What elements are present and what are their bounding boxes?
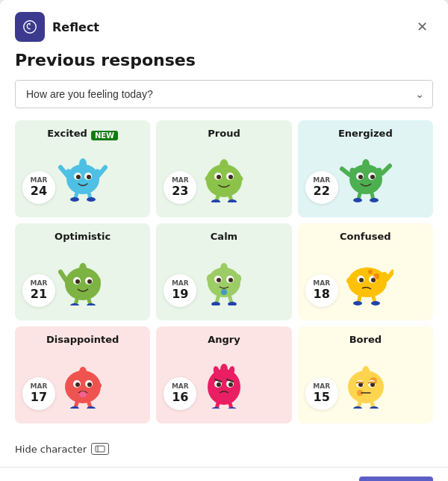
svg-line-38 xyxy=(342,169,349,175)
card-bored[interactable]: Bored MAR15 xyxy=(298,326,433,423)
svg-point-10 xyxy=(87,175,91,179)
header-left: Reflect xyxy=(15,12,99,42)
svg-line-39 xyxy=(382,166,390,173)
date-day-calm: 19 xyxy=(172,288,188,301)
svg-line-52 xyxy=(60,272,66,281)
card-confused[interactable]: Confused MAR18 xyxy=(298,223,433,320)
date-day-confused: 18 xyxy=(314,288,330,301)
bottom-bar: Hide character xyxy=(0,435,448,467)
card-header-proud: Proud xyxy=(162,128,285,143)
card-title-energized: Energized xyxy=(338,128,393,139)
back-button[interactable]: ‹ Back xyxy=(15,478,64,481)
modal-body: Previous responses How are you feeling t… xyxy=(0,48,448,435)
header-title: Reflect xyxy=(52,20,99,34)
date-day-bored: 15 xyxy=(314,391,330,404)
response-grid: ExcitedNEW MAR24Proud xyxy=(15,120,433,423)
svg-point-65 xyxy=(221,289,227,295)
monster-confused xyxy=(337,249,393,305)
date-circle-calm: MAR19 xyxy=(164,274,196,307)
svg-point-95 xyxy=(87,406,96,409)
card-calm[interactable]: Calm MAR19 xyxy=(156,223,291,320)
svg-point-63 xyxy=(217,278,221,282)
svg-point-103 xyxy=(228,382,233,387)
date-day-angry: 16 xyxy=(172,391,188,404)
new-badge-excited: NEW xyxy=(91,131,118,140)
svg-point-88 xyxy=(75,382,80,387)
monster-optimistic xyxy=(55,249,111,305)
date-circle-excited: MAR24 xyxy=(22,171,55,204)
monster-proud xyxy=(196,146,252,202)
svg-point-15 xyxy=(70,197,79,202)
svg-point-42 xyxy=(353,198,362,202)
svg-rect-125 xyxy=(96,446,105,452)
feeling-dropdown[interactable]: How are you feeling today? xyxy=(15,80,433,108)
monster-excited xyxy=(55,146,111,202)
monster-calm xyxy=(196,249,252,305)
svg-point-109 xyxy=(228,407,237,409)
card-title-optimistic: Optimistic xyxy=(55,231,111,242)
date-circle-energized: MAR22 xyxy=(305,171,338,204)
close-button[interactable]: ✕ xyxy=(411,16,433,38)
card-title-excited: Excited xyxy=(47,128,87,139)
svg-point-94 xyxy=(70,406,79,409)
svg-point-82 xyxy=(353,301,362,305)
date-circle-bored: MAR15 xyxy=(305,377,338,410)
page-title: Previous responses xyxy=(15,51,433,69)
card-title-proud: Proud xyxy=(208,128,240,139)
svg-point-55 xyxy=(70,303,79,305)
svg-point-19 xyxy=(220,159,228,173)
card-energized[interactable]: Energized MAR22 xyxy=(298,120,433,217)
card-header-energized: Energized xyxy=(304,128,427,143)
hide-character-toggle[interactable]: Hide character xyxy=(15,443,109,455)
svg-point-36 xyxy=(358,175,363,179)
dropdown-wrapper: How are you feeling today? ⌄ xyxy=(15,80,433,108)
card-header-disappointed: Disappointed xyxy=(21,334,144,350)
done-button[interactable]: Done xyxy=(359,477,433,481)
svg-point-51 xyxy=(87,279,92,284)
reflect-icon xyxy=(15,12,45,42)
svg-point-113 xyxy=(362,366,370,378)
svg-point-6 xyxy=(79,158,87,170)
card-excited[interactable]: ExcitedNEW MAR24 xyxy=(15,120,150,217)
card-optimistic[interactable]: Optimistic MAR21 xyxy=(15,223,150,320)
svg-point-89 xyxy=(87,382,92,387)
card-header-angry: Angry xyxy=(162,334,285,350)
svg-point-47 xyxy=(79,263,87,275)
card-header-calm: Calm xyxy=(162,231,285,246)
svg-point-56 xyxy=(87,303,96,305)
card-title-calm: Calm xyxy=(211,231,237,242)
svg-point-37 xyxy=(370,175,375,179)
date-circle-confused: MAR18 xyxy=(305,274,338,307)
card-title-bored: Bored xyxy=(349,334,382,345)
svg-point-25 xyxy=(228,175,233,179)
card-angry[interactable]: Angry MAR16 xyxy=(156,326,291,423)
svg-point-33 xyxy=(362,159,370,171)
footer: ‹ Back Done xyxy=(0,467,448,481)
date-day-excited: 24 xyxy=(31,184,47,198)
svg-point-43 xyxy=(370,198,379,202)
date-day-proud: 23 xyxy=(172,184,188,198)
modal: Reflect ✕ Previous responses How are you… xyxy=(0,0,448,481)
card-proud[interactable]: Proud MAR23 xyxy=(156,120,291,217)
svg-point-69 xyxy=(228,302,237,305)
svg-point-85 xyxy=(79,367,87,377)
monster-disappointed xyxy=(55,353,111,409)
svg-point-28 xyxy=(211,199,220,202)
svg-point-16 xyxy=(87,197,96,202)
svg-point-0 xyxy=(24,21,37,34)
card-header-excited: ExcitedNEW xyxy=(21,128,144,143)
date-day-disappointed: 17 xyxy=(31,391,47,404)
svg-point-71 xyxy=(346,277,355,285)
monster-energized xyxy=(337,146,393,202)
svg-point-78 xyxy=(368,270,373,274)
svg-point-29 xyxy=(228,199,237,202)
svg-point-58 xyxy=(220,263,228,275)
svg-point-124 xyxy=(370,406,379,409)
card-disappointed[interactable]: Disappointed MAR17 xyxy=(15,326,150,423)
svg-point-68 xyxy=(211,302,220,305)
date-day-optimistic: 21 xyxy=(31,288,47,301)
monster-bored xyxy=(337,353,393,409)
date-circle-disappointed: MAR17 xyxy=(22,377,55,410)
svg-point-9 xyxy=(76,175,81,179)
svg-point-123 xyxy=(353,406,362,409)
